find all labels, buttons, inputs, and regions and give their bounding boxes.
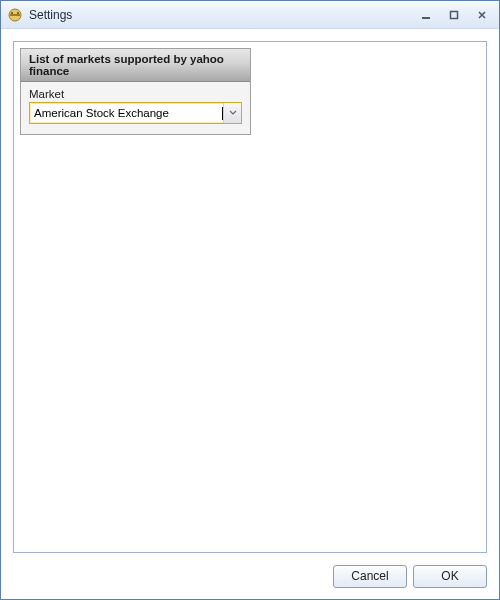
- dialog-button-row: Cancel OK: [1, 565, 499, 599]
- maximize-button[interactable]: [441, 6, 467, 24]
- svg-rect-4: [422, 17, 430, 19]
- market-input[interactable]: [30, 105, 223, 121]
- content-area: List of markets supported by yahoo finan…: [1, 29, 499, 565]
- window-controls: [413, 6, 495, 24]
- svg-point-3: [17, 12, 19, 14]
- settings-window: Settings List of markets supporte: [0, 0, 500, 600]
- app-icon: [7, 7, 23, 23]
- titlebar[interactable]: Settings: [1, 1, 499, 29]
- groupbox-body: Market: [21, 82, 250, 134]
- market-combobox[interactable]: [29, 102, 242, 124]
- market-label: Market: [29, 88, 242, 100]
- svg-rect-1: [10, 14, 20, 16]
- svg-point-2: [11, 12, 13, 14]
- close-button[interactable]: [469, 6, 495, 24]
- markets-groupbox: List of markets supported by yahoo finan…: [20, 48, 251, 135]
- window-title: Settings: [29, 8, 413, 22]
- chevron-down-icon: [229, 110, 237, 116]
- minimize-icon: [421, 10, 431, 20]
- svg-rect-5: [451, 11, 458, 18]
- ok-button[interactable]: OK: [413, 565, 487, 588]
- groupbox-header: List of markets supported by yahoo finan…: [21, 49, 250, 82]
- market-dropdown-button[interactable]: [223, 103, 241, 123]
- cancel-button[interactable]: Cancel: [333, 565, 407, 588]
- close-icon: [477, 10, 487, 20]
- main-panel: List of markets supported by yahoo finan…: [13, 41, 487, 553]
- maximize-icon: [449, 10, 459, 20]
- minimize-button[interactable]: [413, 6, 439, 24]
